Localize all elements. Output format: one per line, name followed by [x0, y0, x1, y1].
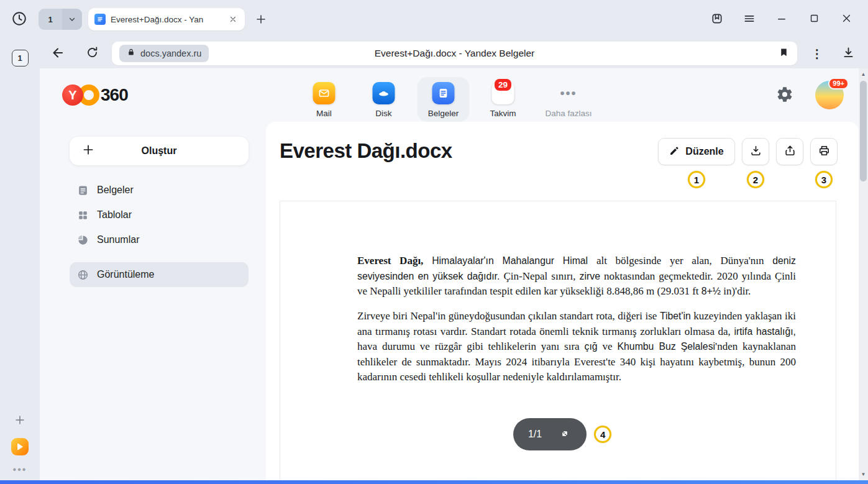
nav-item-takvim[interactable]: 29 Takvim — [477, 77, 529, 122]
sidebar-item-label: Görüntüleme — [97, 269, 155, 280]
scrollbar-thumb[interactable] — [860, 81, 867, 181]
actions-row: Düzenle — [658, 138, 838, 165]
page-indicator-pill[interactable]: 1/1 — [513, 418, 587, 450]
bookmark-button[interactable] — [777, 47, 790, 60]
nav-label: Belgeler — [428, 109, 459, 118]
pie-chart-icon — [77, 234, 89, 246]
edit-label: Düzenle — [685, 146, 723, 157]
sidebar-item-label: Belgeler — [97, 185, 134, 196]
mail-icon — [313, 82, 335, 104]
reload-icon — [86, 46, 99, 61]
maximize-icon — [809, 13, 820, 25]
scroll-down-icon[interactable]: ▼ — [859, 470, 868, 479]
browser-side-rail: 1 ••• — [0, 39, 40, 480]
history-clock-button[interactable] — [10, 10, 29, 29]
text-run: ve — [598, 340, 618, 352]
close-icon — [841, 13, 852, 25]
bookmark-icon — [779, 47, 789, 60]
yandex360-header: Y 360 Mail Disk — [40, 68, 859, 122]
download-document-button[interactable] — [742, 138, 769, 165]
bottom-accent-strip — [0, 480, 868, 484]
document-title: Everest Dağı.docx — [280, 138, 452, 163]
scroll-up-icon[interactable]: ▲ — [859, 70, 868, 79]
page-title-text: Everest+Dağı.docx - Yandex Belgeler — [112, 48, 797, 59]
chevron-down-icon[interactable] — [62, 9, 82, 30]
tab-group-chip[interactable]: 1 — [39, 9, 82, 30]
back-button[interactable] — [50, 45, 66, 62]
annotation-3: 3 — [815, 171, 833, 188]
titlebar: 1 Everest+Dağı.docx - Yan — [0, 0, 868, 39]
hamburger-icon — [743, 12, 756, 27]
yandex-browser-logo[interactable] — [11, 438, 29, 455]
rail-add-button[interactable] — [13, 413, 27, 427]
scrollbar[interactable]: ▲ ▼ — [859, 68, 868, 480]
table-grid-icon — [77, 209, 89, 221]
new-tab-button[interactable] — [252, 11, 270, 28]
text-run: irtifa hastalığı, — [734, 326, 796, 337]
close-window-button[interactable] — [839, 12, 853, 26]
browser-menu-button[interactable] — [742, 12, 756, 26]
tab-group-count: 1 — [39, 15, 62, 24]
nav-label: Disk — [375, 109, 391, 118]
annotation-row: 1 2 3 — [658, 171, 838, 188]
nav-item-more[interactable]: ••• Daha fazlası — [536, 77, 600, 122]
sidebar-item-belgeler[interactable]: Belgeler — [70, 178, 249, 203]
disk-icon — [372, 82, 395, 104]
document-favicon-icon — [94, 14, 106, 25]
pager-row: 1/1 4 — [266, 418, 859, 450]
address-bar[interactable]: docs.yandex.ru Everest+Dağı.docx - Yande… — [112, 42, 797, 65]
panel-bookmark-icon — [711, 12, 723, 27]
rail-more-icon[interactable]: ••• — [13, 467, 27, 473]
document-icon — [77, 185, 89, 196]
page-indicator: 1/1 — [528, 429, 542, 440]
globe-icon — [77, 269, 89, 281]
nav-item-disk[interactable]: Disk — [357, 77, 409, 122]
sidebar-list: Belgeler Tablolar Sunumlar — [70, 178, 249, 287]
avatar[interactable]: 99+ — [815, 81, 844, 109]
documents-icon — [432, 82, 454, 104]
tab-close-button[interactable] — [227, 14, 239, 25]
domain-text: docs.yandex.ru — [140, 48, 201, 58]
minimize-button[interactable] — [775, 12, 788, 26]
edit-button[interactable]: Düzenle — [658, 138, 735, 165]
download-tray-icon — [750, 145, 762, 158]
content-row: Oluştur Belgeler Tablolar — [40, 122, 859, 480]
document-panel: Everest Dağı.docx Düzenle — [266, 122, 859, 480]
tab-title: Everest+Dağı.docx - Yan — [111, 15, 222, 24]
printer-icon — [818, 145, 830, 158]
yandex360-logo[interactable]: Y 360 — [62, 84, 128, 106]
text-run: zirve — [580, 271, 600, 281]
fullscreen-button[interactable] — [558, 427, 572, 441]
minimize-icon — [776, 13, 787, 26]
nav-item-belgeler[interactable]: Belgeler — [417, 77, 469, 122]
tab-panel-button[interactable] — [710, 12, 724, 26]
settings-button[interactable] — [775, 86, 794, 104]
sidebar-item-goruntuleme[interactable]: Görüntüleme — [70, 262, 249, 287]
reload-button[interactable] — [85, 46, 99, 61]
sidebar-item-label: Sunumlar — [97, 234, 139, 245]
browser-tab-active[interactable]: Everest+Dağı.docx - Yan — [88, 8, 245, 30]
more-dots-icon: ••• — [557, 82, 580, 104]
gear-icon — [776, 86, 793, 105]
page-menu-button[interactable]: ⋮ — [811, 46, 823, 61]
notification-badge: 99+ — [828, 78, 849, 89]
rail-tab-counter[interactable]: 1 — [12, 50, 29, 66]
maximize-button[interactable] — [807, 12, 821, 26]
create-button[interactable]: Oluştur — [70, 137, 249, 165]
create-label: Oluştur — [142, 145, 177, 156]
downloads-button[interactable] — [841, 46, 856, 61]
sidebar-item-sunumlar[interactable]: Sunumlar — [70, 227, 249, 252]
text-run: Zirveye biri Nepal'in güneydoğusundan çı… — [357, 310, 660, 322]
annotation-1: 1 — [688, 171, 705, 188]
document-text: Everest Dağı, Himalayalar'ın Mahalangur … — [357, 253, 796, 385]
clock-icon — [11, 11, 27, 29]
share-button[interactable] — [776, 138, 803, 165]
domain-chip[interactable]: docs.yandex.ru — [119, 45, 209, 62]
rail-bottom: ••• — [0, 413, 40, 473]
print-button[interactable] — [810, 138, 838, 165]
nav-item-mail[interactable]: Mail — [298, 77, 350, 122]
sidebar-item-tablolar[interactable]: Tablolar — [70, 203, 249, 227]
addressbar-row: docs.yandex.ru Everest+Dağı.docx - Yande… — [0, 39, 868, 68]
sidebar-item-label: Tablolar — [97, 209, 132, 221]
nav-label: Mail — [316, 109, 332, 118]
